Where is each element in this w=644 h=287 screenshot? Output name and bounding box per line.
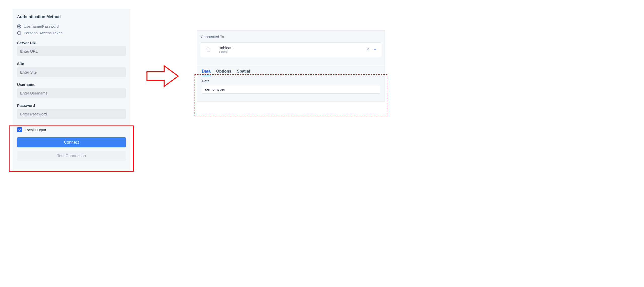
username-label: Username [17,82,126,87]
connection-actions [366,48,377,52]
site-input[interactable] [17,67,126,77]
arrow-right-icon [146,64,179,88]
chevron-down-icon[interactable] [373,48,377,52]
radio-pat[interactable]: Personal Access Token [17,31,126,35]
tab-spatial[interactable]: Spatial [237,69,250,76]
path-input[interactable] [202,85,380,94]
password-input[interactable] [17,109,126,119]
tab-options[interactable]: Options [216,69,231,76]
site-label: Site [17,61,126,66]
path-label: Path [202,79,380,83]
connection-panel: Connected To Tableau Local [197,30,385,102]
password-label: Password [17,103,126,108]
connection-card: Tableau Local [201,42,381,57]
radio-label: Personal Access Token [24,31,63,35]
local-output-checkbox-row[interactable]: Local Output [17,127,126,132]
close-icon[interactable] [366,48,370,52]
auth-method-title: Authentication Method [17,15,126,19]
connected-to-label: Connected To [201,35,381,39]
connection-subtitle: Local [219,50,366,54]
server-url-input[interactable] [17,46,126,56]
divider [197,65,385,65]
svg-point-0 [207,48,209,50]
connect-button[interactable]: Connect [17,137,126,147]
radio-username-password[interactable]: Username/Password [17,24,126,28]
tab-data[interactable]: Data [202,69,211,76]
auth-form-panel: Authentication Method Username/Password … [13,9,130,172]
username-input[interactable] [17,88,126,98]
connection-text: Tableau Local [219,46,366,54]
tabs: Data Options Spatial [201,69,381,76]
radio-icon [17,24,21,28]
server-url-label: Server URL [17,41,126,45]
test-connection-button[interactable]: Test Connection [17,151,126,161]
checkbox-checked-icon [17,127,22,132]
connection-title: Tableau [219,46,366,50]
radio-icon [17,31,21,35]
radio-label: Username/Password [24,24,59,28]
datasource-icon [205,47,211,53]
local-output-label: Local Output [25,128,46,132]
